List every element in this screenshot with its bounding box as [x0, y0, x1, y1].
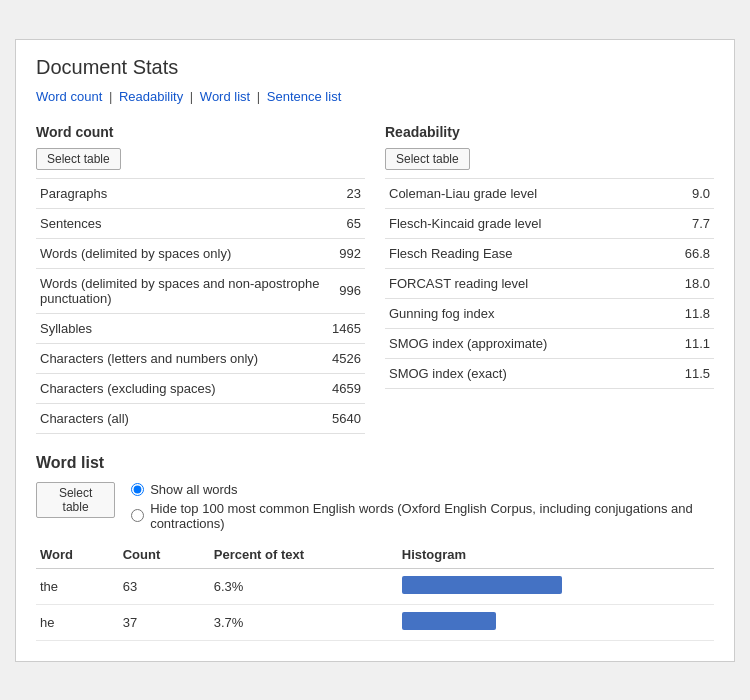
table-row: Flesch-Kincaid grade level 7.7	[385, 208, 714, 238]
col-percent: Percent of text	[210, 543, 398, 569]
row-label: Paragraphs	[36, 178, 328, 208]
nav-sep-2: |	[190, 89, 193, 104]
radio-show-all-label[interactable]: Show all words	[131, 482, 714, 497]
word-list-title: Word list	[36, 454, 714, 472]
table-row: Paragraphs 23	[36, 178, 365, 208]
count-cell: 37	[119, 604, 210, 640]
nav-sep-3: |	[257, 89, 260, 104]
nav-links: Word count | Readability | Word list | S…	[36, 89, 714, 104]
table-row: Characters (all) 5640	[36, 403, 365, 433]
col-count: Count	[119, 543, 210, 569]
histogram-cell	[398, 604, 714, 640]
row-value: 4526	[328, 343, 365, 373]
nav-sentence-list[interactable]: Sentence list	[267, 89, 341, 104]
table-row: Sentences 65	[36, 208, 365, 238]
row-label: Syllables	[36, 313, 328, 343]
row-value: 996	[328, 268, 365, 313]
row-value: 23	[328, 178, 365, 208]
row-value: 66.8	[659, 238, 714, 268]
row-label: Flesch-Kincaid grade level	[385, 208, 659, 238]
row-value: 992	[328, 238, 365, 268]
list-item: the 63 6.3%	[36, 568, 714, 604]
row-value: 11.8	[659, 298, 714, 328]
table-row: Words (delimited by spaces only) 992	[36, 238, 365, 268]
radio-hide-common-text: Hide top 100 most common English words (…	[150, 501, 714, 531]
radio-show-all-text: Show all words	[150, 482, 237, 497]
word-count-table: Paragraphs 23 Sentences 65 Words (delimi…	[36, 178, 365, 434]
word-count-select-table-button[interactable]: Select table	[36, 148, 121, 170]
row-value: 18.0	[659, 268, 714, 298]
col-histogram: Histogram	[398, 543, 714, 569]
histogram-bar	[402, 612, 496, 630]
table-row: Flesch Reading Ease 66.8	[385, 238, 714, 268]
word-list-table: Word Count Percent of text Histogram the…	[36, 543, 714, 641]
readability-section: Readability Select table Coleman-Liau gr…	[385, 124, 714, 434]
table-row: SMOG index (exact) 11.5	[385, 358, 714, 388]
table-row: FORCAST reading level 18.0	[385, 268, 714, 298]
row-value: 7.7	[659, 208, 714, 238]
row-value: 9.0	[659, 178, 714, 208]
percent-cell: 6.3%	[210, 568, 398, 604]
table-row: Syllables 1465	[36, 313, 365, 343]
row-label: Words (delimited by spaces only)	[36, 238, 328, 268]
word-count-title: Word count	[36, 124, 365, 140]
document-stats-panel: Document Stats Word count | Readability …	[15, 39, 735, 662]
table-row: Characters (letters and numbers only) 45…	[36, 343, 365, 373]
row-value: 1465	[328, 313, 365, 343]
readability-title: Readability	[385, 124, 714, 140]
readability-select-table-button[interactable]: Select table	[385, 148, 470, 170]
word-list-select-table-button[interactable]: Select table	[36, 482, 115, 518]
row-label: Sentences	[36, 208, 328, 238]
row-label: Words (delimited by spaces and non-apost…	[36, 268, 328, 313]
row-value: 11.1	[659, 328, 714, 358]
row-label: SMOG index (approximate)	[385, 328, 659, 358]
nav-word-list[interactable]: Word list	[200, 89, 250, 104]
row-label: FORCAST reading level	[385, 268, 659, 298]
table-row: Gunning fog index 11.8	[385, 298, 714, 328]
word-table-header-row: Word Count Percent of text Histogram	[36, 543, 714, 569]
word-count-section: Word count Select table Paragraphs 23 Se…	[36, 124, 365, 434]
word-cell: the	[36, 568, 119, 604]
radio-hide-common-label[interactable]: Hide top 100 most common English words (…	[131, 501, 714, 531]
nav-sep-1: |	[109, 89, 112, 104]
row-label: Flesch Reading Ease	[385, 238, 659, 268]
nav-readability[interactable]: Readability	[119, 89, 183, 104]
row-label: Characters (excluding spaces)	[36, 373, 328, 403]
readability-table: Coleman-Liau grade level 9.0 Flesch-Kinc…	[385, 178, 714, 389]
histogram-cell	[398, 568, 714, 604]
word-list-section: Word list Select table Show all words Hi…	[36, 454, 714, 641]
radio-show-all[interactable]	[131, 483, 144, 496]
row-value: 65	[328, 208, 365, 238]
list-item: he 37 3.7%	[36, 604, 714, 640]
panel-title: Document Stats	[36, 56, 714, 79]
word-list-controls: Select table Show all words Hide top 100…	[36, 482, 714, 531]
row-label: Characters (all)	[36, 403, 328, 433]
row-value: 4659	[328, 373, 365, 403]
radio-hide-common[interactable]	[131, 509, 144, 522]
col-word: Word	[36, 543, 119, 569]
histogram-bar	[402, 576, 562, 594]
table-row: Coleman-Liau grade level 9.0	[385, 178, 714, 208]
word-cell: he	[36, 604, 119, 640]
row-value: 5640	[328, 403, 365, 433]
percent-cell: 3.7%	[210, 604, 398, 640]
row-label: Coleman-Liau grade level	[385, 178, 659, 208]
row-label: SMOG index (exact)	[385, 358, 659, 388]
row-label: Characters (letters and numbers only)	[36, 343, 328, 373]
row-value: 11.5	[659, 358, 714, 388]
nav-word-count[interactable]: Word count	[36, 89, 102, 104]
table-row: SMOG index (approximate) 11.1	[385, 328, 714, 358]
table-row: Words (delimited by spaces and non-apost…	[36, 268, 365, 313]
radio-group: Show all words Hide top 100 most common …	[131, 482, 714, 531]
row-label: Gunning fog index	[385, 298, 659, 328]
table-row: Characters (excluding spaces) 4659	[36, 373, 365, 403]
count-cell: 63	[119, 568, 210, 604]
two-col-layout: Word count Select table Paragraphs 23 Se…	[36, 124, 714, 434]
